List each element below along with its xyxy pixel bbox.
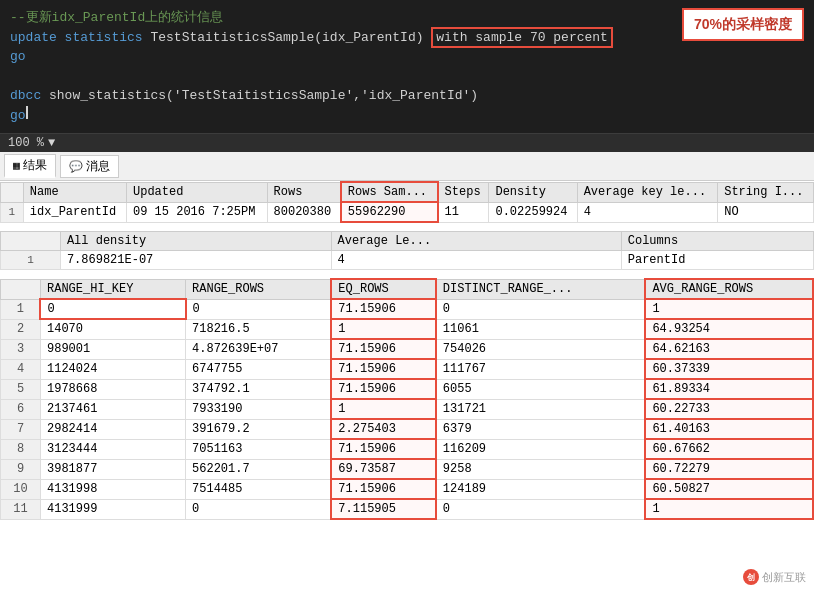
col-avg-le: Average Le... [331,232,621,251]
table3-cell-7-0: 8 [1,439,41,459]
table3-cell-4-2: 374792.1 [186,379,332,399]
table3-cell-0-2: 0 [186,299,332,319]
table3-cell-2-5: 64.62163 [645,339,813,359]
table-row: 214070718216.511106164.93254 [1,319,814,339]
code-line-3: go [10,47,804,67]
keyword-dbcc: dbcc [10,88,49,103]
table3-cell-0-3: 71.15906 [331,299,435,319]
col-num2 [1,232,61,251]
table3-cell-1-3: 1 [331,319,435,339]
table3-cell-7-5: 60.67662 [645,439,813,459]
cell-updated: 09 15 2016 7:25PM [127,202,268,222]
table-row: 104131998751448571.1590612418960.50827 [1,479,814,499]
table3-cell-5-3: 1 [331,399,435,419]
table3-cell-2-1: 989001 [40,339,185,359]
table3-cell-4-1: 1978668 [40,379,185,399]
table3-cell-2-4: 754026 [436,339,646,359]
table3-cell-7-4: 116209 [436,439,646,459]
messages-icon: 💬 [69,160,83,173]
cell-steps: 11 [438,202,489,222]
main-layout: --更新idx_ParentId上的统计信息 update statistics… [0,0,814,589]
cell-name: idx_ParentId [23,202,126,222]
table-row: 93981877562201.769.73587925860.72279 [1,459,814,479]
tab-messages-label: 消息 [86,158,110,175]
col-avg-key: Average key le... [577,182,718,202]
table3-cell-4-3: 71.15906 [331,379,435,399]
tab-results-label: 结果 [23,157,47,174]
table3-container: RANGE_HI_KEY RANGE_ROWS EQ_ROWS DISTINCT… [0,278,814,520]
table3-cell-0-5: 1 [645,299,813,319]
keyword-go-1: go [10,49,26,64]
dbcc-call: show_statistics('TestStaitisticsSample',… [49,88,478,103]
col-all-density: All density [60,232,331,251]
table-row: 1 7.869821E-07 4 ParentId [1,251,814,270]
table3-cell-10-3: 7.115905 [331,499,435,519]
table-name: TestStaitisticsSample(idx_ParentId) [150,30,431,45]
col-string: String I... [718,182,814,202]
table3-cell-3-2: 6747755 [186,359,332,379]
zoom-level: 100 % [8,136,44,150]
table-row: 51978668374792.171.15906605561.89334 [1,379,814,399]
table3-cell-1-1: 14070 [40,319,185,339]
annotation-box: 70%的采样密度 [682,8,804,41]
table3-cell-8-2: 562201.7 [186,459,332,479]
table3-cell-8-3: 69.73587 [331,459,435,479]
table3-cell-9-2: 7514485 [186,479,332,499]
col-density: Density [489,182,577,202]
table3-cell-0-0: 1 [1,299,41,319]
results-panel: ▦ 结果 💬 消息 Name Updated Rows Rows Sam... [0,152,814,589]
table3-cell-6-1: 2982414 [40,419,185,439]
table3-cell-10-1: 4131999 [40,499,185,519]
table2: All density Average Le... Columns 1 7.86… [0,231,814,270]
table-row: 72982414391679.22.275403637961.40163 [1,419,814,439]
table3-header-row: RANGE_HI_KEY RANGE_ROWS EQ_ROWS DISTINCT… [1,279,814,299]
table3-cell-4-5: 61.89334 [645,379,813,399]
table3-cell-9-5: 60.50827 [645,479,813,499]
table3-cell-8-1: 3981877 [40,459,185,479]
keyword-go-2: go [10,108,26,123]
code-editor[interactable]: --更新idx_ParentId上的统计信息 update statistics… [0,0,814,133]
table3-cell-5-2: 7933190 [186,399,332,419]
table3-cell-10-4: 0 [436,499,646,519]
table3-cell-10-2: 0 [186,499,332,519]
table3-cell-5-0: 6 [1,399,41,419]
tab-results[interactable]: ▦ 结果 [4,154,56,178]
table3-cell-7-2: 7051163 [186,439,332,459]
table3-cell-6-5: 61.40163 [645,419,813,439]
col-avg-range: AVG_RANGE_ROWS [645,279,813,299]
table2-header-row: All density Average Le... Columns [1,232,814,251]
table3-cell-5-4: 131721 [436,399,646,419]
table3-cell-5-5: 60.22733 [645,399,813,419]
cell-all-density: 7.869821E-07 [60,251,331,270]
table3-cell-3-0: 4 [1,359,41,379]
col-steps: Steps [438,182,489,202]
watermark: 创 创新互联 [743,569,806,585]
col-eq-rows: EQ_ROWS [331,279,435,299]
table3-cell-3-3: 71.15906 [331,359,435,379]
cell-avg-key: 4 [577,202,718,222]
table3-cell-0-4: 0 [436,299,646,319]
table1: Name Updated Rows Rows Sam... Steps Dens… [0,181,814,223]
table3-cell-7-1: 3123444 [40,439,185,459]
table3-cell-10-5: 1 [645,499,813,519]
keyword-update: update statistics [10,30,150,45]
table3-cell-7-3: 71.15906 [331,439,435,459]
table3-cell-1-4: 11061 [436,319,646,339]
code-line-6: go [10,106,804,126]
table3-cell-8-0: 9 [1,459,41,479]
table3-cell-9-1: 4131998 [40,479,185,499]
col-range-rows: RANGE_ROWS [186,279,332,299]
table3-cell-4-0: 5 [1,379,41,399]
row-num: 1 [1,202,24,222]
table-row: 41124024674775571.1590611176760.37339 [1,359,814,379]
table3-cell-4-4: 6055 [436,379,646,399]
table3-cell-5-1: 2137461 [40,399,185,419]
table3-cell-2-3: 71.15906 [331,339,435,359]
zoom-bar: 100 % ▼ [0,133,814,152]
table-row: 39890014.872639E+0771.1590675402664.6216… [1,339,814,359]
zoom-dropdown[interactable]: ▼ [48,136,55,150]
code-line-4 [10,67,804,87]
tab-messages[interactable]: 💬 消息 [60,155,119,178]
col-rows: Rows [267,182,341,202]
table3: RANGE_HI_KEY RANGE_ROWS EQ_ROWS DISTINCT… [0,278,814,520]
